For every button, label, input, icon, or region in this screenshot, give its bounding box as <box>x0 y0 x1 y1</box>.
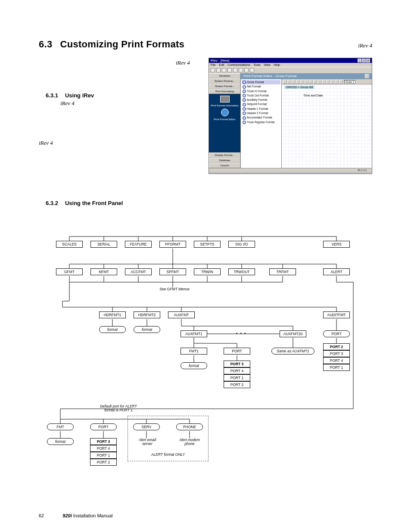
menu-tools[interactable]: Tools <box>253 63 260 66</box>
ct-icon[interactable] <box>287 80 291 84</box>
toolbar-icon[interactable] <box>227 68 232 72</box>
menu-view[interactable]: View <box>264 63 271 66</box>
ct-icon[interactable] <box>313 80 317 84</box>
canvas-field-gross[interactable]: GROSS = Gross Wt <box>284 86 314 89</box>
subsection-heading-1: 6.3.1Using iRev <box>46 92 94 99</box>
port-3: PORT 3 <box>90 438 117 445</box>
format-item-net[interactable]: Net Format <box>242 84 280 89</box>
subsection-title-1: Using iRev <box>65 92 94 99</box>
menu-trfmt: TRFMT <box>269 268 296 275</box>
section-heading: 6.3Customizing Print Formats <box>39 39 184 50</box>
node-format: format <box>134 326 160 333</box>
menu-digio: DIG I/O <box>228 241 255 248</box>
panel-title: Print Format Editor - Gross Format <box>243 74 296 78</box>
ct-icon[interactable] <box>309 80 313 84</box>
menu-gfmt: GFMT <box>56 268 83 275</box>
toolbar-icon[interactable] <box>222 68 226 72</box>
page-number: 62 <box>39 513 44 518</box>
subsection-number-1: 6.3.1 <box>46 92 58 99</box>
menu-edit[interactable]: Edit <box>219 63 224 66</box>
menu-fmt1: FMT1 <box>181 348 207 355</box>
nav-tab-custom[interactable]: Custom <box>209 163 240 168</box>
toolbar-icon[interactable] <box>211 68 215 72</box>
menu-pformt: PFORMT <box>159 241 186 248</box>
port-4: PORT 4 <box>323 357 350 364</box>
ct-icon[interactable] <box>292 80 296 84</box>
scale-select[interactable]: Scale 1 <box>344 80 355 84</box>
toolbar[interactable] <box>209 67 372 73</box>
ct-icon[interactable] <box>305 80 308 84</box>
nav-item-print-format-info[interactable]: Print Format Information <box>211 104 239 107</box>
print-format-info-icon[interactable] <box>220 96 230 103</box>
format-item-truckin[interactable]: Truck In Format <box>242 89 280 93</box>
nav-tab-display[interactable]: Display Format... <box>209 152 240 158</box>
maximize-icon[interactable]: □ <box>362 59 366 62</box>
nav-tab-system[interactable]: System Parame... <box>209 78 240 84</box>
footer-model: 920i <box>62 513 72 518</box>
menu-help[interactable]: Help <box>274 63 280 66</box>
section-number: 6.3 <box>39 39 52 50</box>
menu-communications[interactable]: Communications <box>227 63 250 66</box>
note-same-as: Same as AUXFMT1 <box>271 348 314 355</box>
ellipsis: • • • <box>236 331 246 336</box>
ct-icon[interactable] <box>296 80 300 84</box>
note-see-gfmt: See GFMT Menus <box>155 287 194 291</box>
format-item-setpoint[interactable]: Setpoint Format <box>242 102 280 106</box>
ct-icon[interactable] <box>283 80 287 84</box>
node-format: format <box>181 362 207 369</box>
ct-icon[interactable] <box>322 80 326 84</box>
port-2: PORT 2 <box>90 459 117 466</box>
format-item-hdr2[interactable]: Header 2 Format <box>242 111 280 115</box>
ct-icon[interactable] <box>326 80 330 84</box>
app-window: iRev - [New] _□× File Edit Communication… <box>209 58 372 174</box>
irev-note-under: iRev 4 <box>60 100 75 107</box>
toolbar-icon[interactable] <box>239 68 243 72</box>
section-title: Customizing Print Formats <box>60 39 184 50</box>
node-format: format <box>47 438 74 445</box>
nav-item-print-format-editor[interactable]: Print Format Editor <box>214 118 235 121</box>
format-item-hdr1[interactable]: Header 1 Format <box>242 107 280 111</box>
nav-tab-hardware[interactable]: Hardware <box>209 73 240 78</box>
toolbar-icon[interactable] <box>250 68 254 72</box>
format-list: Gross Format Net Format Truck In Format … <box>241 79 282 168</box>
minimize-icon[interactable]: _ <box>358 59 361 62</box>
subsection-title-2: Using the Front Panel <box>65 200 123 206</box>
window-control-buttons[interactable]: _□× <box>357 59 370 62</box>
note-alert-only: ALERT format ONLY <box>146 453 190 457</box>
ct-icon[interactable] <box>330 80 334 84</box>
port-1: PORT 1 <box>323 364 350 371</box>
menu-auxfmt: AUXFMT <box>168 311 195 318</box>
canvas-toolbar[interactable]: Scale 1 <box>282 79 372 84</box>
panel-header: Print Format Editor - Gross Format <box>241 73 372 79</box>
ct-icon[interactable] <box>318 80 321 84</box>
toolbar-icon[interactable] <box>244 68 249 72</box>
format-item-truckreg[interactable]: Truck Register Format <box>242 120 280 124</box>
format-item-gross[interactable]: Gross Format <box>242 80 280 84</box>
nav-active-area: Print Format Information Print Format Ed… <box>209 94 240 152</box>
nav-tab-stream[interactable]: Stream Format... <box>209 84 240 89</box>
menu-file[interactable]: File <box>211 63 215 66</box>
node-format: format <box>99 326 126 333</box>
close-icon[interactable]: × <box>366 59 370 62</box>
menu-vers: VERS <box>323 241 350 248</box>
ct-icon[interactable] <box>300 80 304 84</box>
menu-feature: FEATURE <box>125 241 152 248</box>
editor-canvas[interactable]: Scale 1 GROSS = Gross Wt Time and Date <box>282 79 372 168</box>
ct-icon[interactable] <box>339 80 343 84</box>
menu-trwin: TRWIN <box>194 268 221 275</box>
nav-tab-database[interactable]: Database <box>209 158 240 163</box>
refresh-icon[interactable] <box>365 74 369 78</box>
nav-tab-print-formatting[interactable]: Print Formatting <box>209 89 240 94</box>
print-format-editor-icon[interactable] <box>221 109 229 116</box>
menu-auxfmt1: AUXFMT1 <box>181 330 207 337</box>
toolbar-icon[interactable] <box>233 68 237 72</box>
menu-bar[interactable]: File Edit Communications Tools View Help <box>209 63 372 67</box>
format-item-aux[interactable]: Auxiliary Format <box>242 98 280 102</box>
toolbar-icon[interactable] <box>216 68 221 72</box>
ct-icon[interactable] <box>335 80 339 84</box>
menu-scales: SCALES <box>56 241 83 248</box>
format-item-truckout[interactable]: Truck Out Format <box>242 93 280 98</box>
canvas-field-timedate[interactable]: Time and Date <box>303 94 323 97</box>
menu-port: PORT <box>90 423 117 430</box>
format-item-accum[interactable]: Accumulator Format <box>242 115 280 120</box>
